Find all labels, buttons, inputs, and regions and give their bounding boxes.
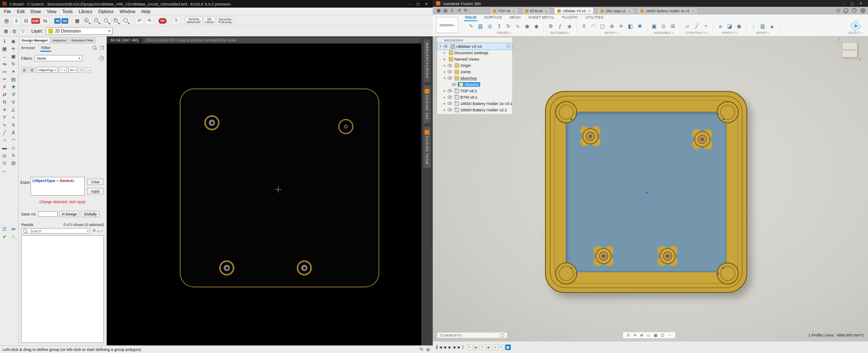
rigid-group-icon[interactable]: ⊞ [669, 22, 677, 30]
mark-tool[interactable]: ✛ [9, 45, 18, 52]
visibility-eye-icon[interactable] [448, 108, 452, 111]
doc-tab-top-v8[interactable]: TOP v8× [490, 8, 518, 14]
fillet-icon[interactable]: ◠ [589, 22, 597, 30]
menu-library[interactable]: Library [76, 8, 95, 15]
mounting-pad[interactable] [595, 248, 612, 264]
filters-help-icon[interactable] [99, 56, 104, 61]
add-tool[interactable]: ✚ [9, 83, 18, 91]
field-select[interactable]: ObjectTyp [36, 67, 58, 73]
sketch-point[interactable] [570, 267, 572, 269]
route-tool[interactable]: ∿ [0, 121, 9, 129]
browser-row-named-views[interactable]: ▸Named Views [437, 56, 512, 62]
design-workspace-dropdown[interactable]: DESIGN [436, 17, 458, 33]
group-tool[interactable]: ▭ [0, 68, 9, 75]
remove-filter-button[interactable]: − [85, 67, 91, 73]
collapse-comments-icon[interactable] [501, 334, 504, 337]
side-tab-fusion-360[interactable]: FUSION 360 [423, 85, 431, 123]
panel-search-icon[interactable] [92, 45, 97, 50]
create-form-icon[interactable]: ◆ [532, 22, 540, 30]
doc-tab-abmate-v3-v4[interactable]: ABMate V3 v4× [554, 7, 594, 14]
name-tool[interactable]: N [0, 98, 9, 106]
value-select[interactable]: Di [68, 67, 78, 73]
minimize-button[interactable]: – [406, 1, 413, 7]
fit-icon[interactable]: ▭ [647, 333, 651, 337]
sketch-point[interactable] [723, 267, 724, 269]
undo-icon[interactable]: ↺ [456, 8, 462, 13]
menu-edit[interactable]: Edit [14, 8, 28, 15]
expand-arrow-icon[interactable]: ▾ [439, 45, 442, 48]
sketch-point[interactable] [646, 192, 648, 193]
display-layers-tool[interactable]: ▦ [0, 45, 9, 52]
menu-tools[interactable]: Tools [59, 8, 76, 15]
offset-plane-icon[interactable]: ▱ [683, 22, 691, 30]
browser-row-18650-battery-holder-2x-v3-1[interactable]: ▸18650 Battery Holder 2x v3:1 [437, 100, 512, 107]
extrude-icon[interactable]: ↥ [495, 22, 503, 30]
ribbon-tab-sheet-metal[interactable]: SHEET METAL [528, 14, 556, 21]
operator-select[interactable]: = [59, 67, 67, 73]
fusion-viewport[interactable]: Z BOTTOM X BROWSER ▾ABMate V3 v4▸Documen… [433, 36, 868, 341]
doc-tab-dna-step-v1[interactable]: DNA step v1× [597, 8, 634, 14]
text-tool[interactable]: A [9, 129, 18, 136]
clear-button[interactable]: Clear [87, 179, 103, 185]
expand-arrow-icon[interactable]: ▸ [443, 70, 446, 74]
visibility-eye-icon[interactable] [448, 89, 452, 92]
via-tool[interactable]: ◎ [0, 152, 9, 159]
side-tab-manufacturing[interactable]: MANUFACTURING [424, 39, 430, 82]
panel-tab-design-manager[interactable]: Design Manager [19, 37, 50, 44]
design-manager-toggle-button[interactable]: DESIGN MANAGER [185, 17, 203, 25]
menu-file[interactable]: File [1, 8, 14, 15]
ribbon-group-label[interactable]: CREATE [496, 31, 511, 35]
visibility-eye-icon[interactable] [443, 45, 448, 48]
maximize-button[interactable]: ▢ [849, 1, 856, 6]
new-component-icon[interactable]: ▣ [650, 22, 658, 30]
open-board-button[interactable]: ▤ [2, 17, 11, 25]
panel-subtab-browser[interactable]: Browser [20, 45, 36, 52]
appearance-icon[interactable]: ◧ [626, 22, 634, 30]
save-button[interactable]: ⇓ [12, 17, 21, 25]
sync-icon[interactable]: ↻ [420, 347, 423, 352]
side-tab-fusion-team[interactable]: FUSION TEAM [423, 127, 431, 168]
sketch-feature[interactable]: ✎ [480, 345, 485, 350]
pan-icon[interactable]: ✛ [634, 333, 637, 337]
mounting-pad[interactable] [694, 131, 710, 147]
redo-button[interactable]: ↷ [145, 17, 154, 25]
corner-standoff[interactable] [555, 101, 577, 123]
close-tab-icon[interactable]: × [628, 9, 630, 13]
expression-editor[interactable]: (ObjectType = Device) [31, 177, 85, 196]
visibility-eye-icon[interactable] [452, 83, 456, 86]
close-tab-icon[interactable]: × [692, 9, 694, 13]
ribbon-group-label[interactable]: AUTOMATE [551, 31, 570, 35]
browser-row-origin[interactable]: ▸Origin [437, 62, 512, 69]
browser-row-btm-v9-1[interactable]: ▸BTM v9:1 [437, 94, 512, 100]
ribbon-tab-solid[interactable]: SOLID [464, 14, 477, 21]
generative-design-icon[interactable]: ◈ [565, 22, 573, 30]
change-tool[interactable]: ✶ [9, 68, 18, 75]
component-feature[interactable]: ▣ [486, 345, 492, 350]
comments-bar[interactable]: COMMENTS [437, 332, 507, 338]
create-cylinder-icon[interactable]: ◎ [486, 22, 494, 30]
miter-tool[interactable]: ∠ [9, 106, 18, 113]
select-tool-icon[interactable]: ➤ [850, 20, 861, 31]
redo-icon[interactable]: ↻ [462, 8, 469, 13]
user-avatar[interactable] [860, 8, 865, 13]
hole-tool[interactable]: ⊙ [0, 159, 9, 167]
results-list[interactable] [21, 235, 104, 343]
ripup-tool[interactable]: ↯ [9, 121, 18, 129]
mounting-pad[interactable] [659, 248, 676, 264]
info-tool[interactable]: ℹ [0, 37, 9, 45]
save-icon[interactable]: ⇓ [449, 8, 456, 13]
insert-derive-icon[interactable]: ↓ [749, 22, 757, 30]
save-as-input[interactable] [38, 211, 58, 217]
menu-draw[interactable]: Draw [28, 8, 44, 15]
visibility-eye-icon[interactable] [448, 64, 452, 67]
ribbon-group-label[interactable]: INSPECT [722, 31, 737, 35]
drag-grip-icon[interactable] [440, 39, 442, 42]
switch-schematic-button[interactable]: ⇆ [41, 17, 50, 25]
drc-tool[interactable]: ✔ [0, 233, 9, 240]
cut-tool[interactable]: ✂ [0, 75, 9, 83]
signal-tool[interactable]: Ϟ [9, 152, 18, 159]
mounting-hole[interactable] [297, 260, 312, 276]
eagle-canvas[interactable]: 50 mil (1947 490) Click or press Ctrl+L … [107, 36, 421, 345]
more-options-icon[interactable]: ⋯ [668, 333, 671, 337]
circle-tool[interactable]: ○ [0, 136, 9, 144]
